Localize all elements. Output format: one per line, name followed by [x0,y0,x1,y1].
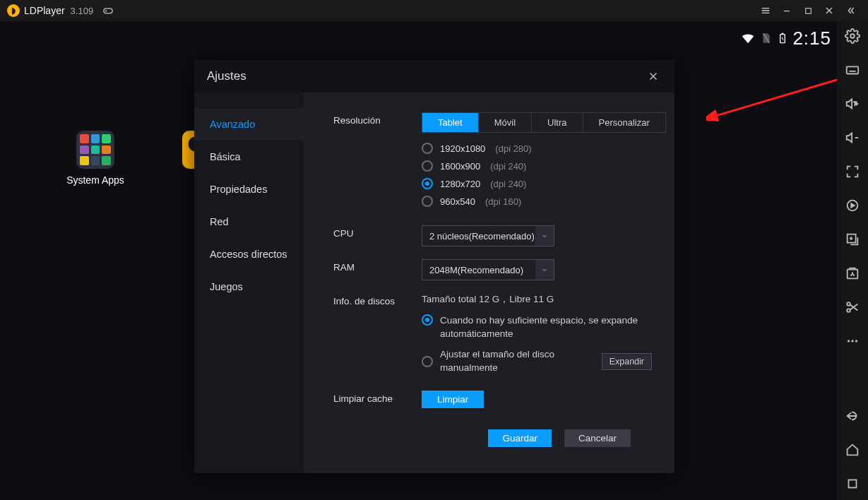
collapse-sidebar-button[interactable] [840,0,861,21]
expand-disk-button[interactable]: Expandir [602,353,652,370]
title-bar: ◗ LDPlayer 3.109 [0,0,868,21]
right-toolbar [837,21,868,500]
settings-nav: Avanzado Básica Propiedades Red Accesos … [194,93,304,473]
menu-button[interactable] [755,0,776,21]
apk-install-icon[interactable] [843,264,862,282]
disk-auto-text: Cuando no hay suficiente espacio, se exp… [440,314,638,341]
sync-icon[interactable] [843,196,862,215]
cpu-select[interactable]: 2 núcleos(Recomendado) [422,225,554,246]
clear-cache-button[interactable]: Limpiar [422,391,484,408]
resolution-option[interactable]: 1920x1080(dpi 280) [422,143,666,154]
fullscreen-icon[interactable] [843,162,862,181]
disk-auto-radio[interactable] [422,314,433,326]
resolution-options: 1920x1080(dpi 280) 1600x900(dpi 240) 128… [422,143,666,207]
ram-select[interactable]: 2048M(Recomendado) [422,259,554,280]
nav-accesos[interactable]: Accesos directos [194,238,304,270]
app-version: 3.109 [71,6,94,16]
cache-label: Limpiar cache [333,391,422,404]
svg-rect-15 [849,480,857,488]
scissors-icon[interactable] [843,298,862,316]
android-recent-icon[interactable] [843,475,862,493]
android-status-bar: 2:15 [740,28,831,48]
svg-point-13 [851,340,853,342]
nav-avanzado[interactable]: Avanzado [194,108,304,141]
dialog-close-button[interactable] [645,68,662,85]
app-name: LDPlayer [24,5,65,16]
annotation-arrow [706,78,848,134]
ram-select-value: 2048M(Recomendado) [429,265,523,275]
resolution-label: Resolución [333,112,422,126]
cpu-select-value: 2 núcleos(Recomendado) [429,231,535,242]
volume-up-icon[interactable] [843,95,862,113]
multi-instance-icon[interactable] [843,230,862,249]
resolution-option[interactable]: 960x540(dpi 160) [422,196,666,207]
disk-manual-text: Ajustar el tamaño del disco manualmente [440,348,588,375]
app-logo-icon: ◗ [7,4,20,17]
svg-point-5 [850,34,855,38]
svg-point-12 [848,340,850,342]
tab-ultra[interactable]: Ultra [532,113,583,132]
disk-summary: Tamaño total 12 G，Libre 11 G [422,293,652,306]
disk-info-label: Info. de discos [333,293,422,306]
app-brand: ◗ LDPlayer 3.109 [7,4,114,17]
tab-movil[interactable]: Móvil [479,113,532,132]
minimize-button[interactable] [776,0,797,21]
close-window-button[interactable] [819,0,840,21]
dialog-header: Ajustes [194,60,674,93]
svg-line-4 [713,78,844,117]
dialog-footer: Guardar Cancelar [333,421,652,460]
wifi-icon [740,30,756,46]
tab-tablet[interactable]: Tablet [422,113,479,132]
nav-red[interactable]: Red [194,206,304,238]
system-apps-label: System Apps [66,174,124,186]
sim-icon [760,32,773,44]
nav-basica[interactable]: Básica [194,141,304,173]
resolution-option[interactable]: 1280x720(dpi 240) [422,178,666,189]
emulator-viewport: 2:15 System Apps LI Ajustes Avanzado Bás… [0,21,837,500]
disk-manual-radio[interactable] [422,356,433,367]
dialog-title: Ajustes [207,69,645,83]
nav-propiedades[interactable]: Propiedades [194,173,304,206]
cpu-label: CPU [333,225,422,239]
svg-point-14 [855,340,857,342]
gamepad-icon [102,4,114,17]
keyboard-icon[interactable] [843,61,862,79]
resolution-tabstrip: Tablet Móvil Ultra Personalizar [422,112,666,133]
nav-juegos[interactable]: Juegos [194,270,304,303]
clock-text: 2:15 [792,28,831,49]
android-home-icon[interactable] [843,441,862,459]
settings-icon[interactable] [843,27,862,45]
system-apps-shortcut[interactable]: System Apps [64,131,127,186]
more-icon[interactable] [843,332,862,350]
settings-content: Resolución Tablet Móvil Ultra Personaliz… [304,93,674,473]
settings-dialog: Ajustes Avanzado Básica Propiedades Red … [194,60,674,473]
save-button[interactable]: Guardar [488,429,552,447]
chevron-down-icon [535,226,554,246]
maximize-button[interactable] [797,0,819,21]
svg-rect-6 [847,66,859,73]
svg-rect-0 [104,8,112,13]
android-back-icon[interactable] [843,407,862,425]
cancel-button[interactable]: Cancelar [564,429,631,447]
chevron-down-icon [535,260,554,280]
svg-rect-1 [805,8,811,13]
resolution-option[interactable]: 1600x900(dpi 240) [422,160,666,172]
volume-down-icon[interactable] [843,129,862,147]
tab-personalizar[interactable]: Personalizar [583,113,665,132]
ram-label: RAM [333,259,422,273]
battery-charging-icon [777,30,788,46]
